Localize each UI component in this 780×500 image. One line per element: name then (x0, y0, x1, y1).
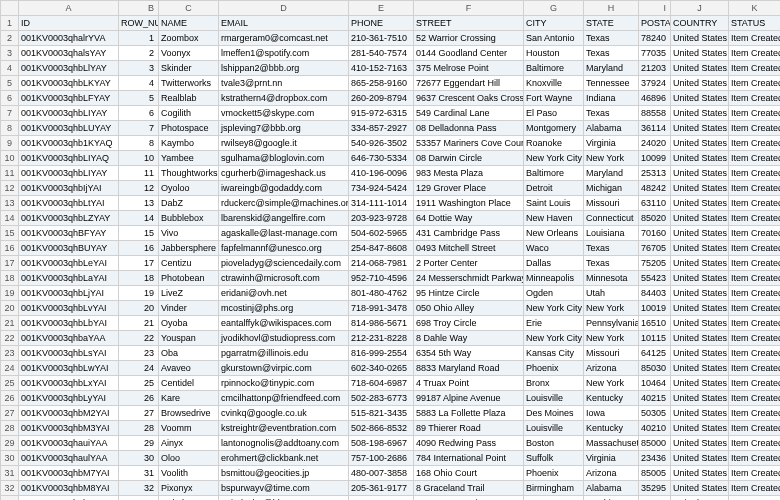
cell[interactable]: Ogden (524, 286, 584, 301)
cell[interactable]: United States (671, 406, 729, 421)
cell[interactable]: 29 (119, 436, 159, 451)
cell[interactable]: United States (671, 211, 729, 226)
row-number[interactable]: 2 (1, 31, 19, 46)
cell[interactable]: 21 (119, 316, 159, 331)
cell[interactable]: 22 (119, 331, 159, 346)
cell[interactable]: 001KV0003qhbLKYAY (19, 76, 119, 91)
cell[interactable]: 718-604-6987 (349, 376, 414, 391)
cell[interactable]: 734-924-5424 (349, 181, 414, 196)
cell[interactable]: Browsedrive (159, 406, 219, 421)
cell[interactable]: Item Created (729, 406, 781, 421)
cell[interactable]: United States (671, 391, 729, 406)
cell[interactable]: iwareingb@godaddy.com (219, 181, 349, 196)
cell[interactable]: Vinder (159, 301, 219, 316)
cell[interactable]: 6 (119, 106, 159, 121)
cell[interactable]: United States (671, 361, 729, 376)
cell[interactable]: Centidel (159, 376, 219, 391)
cell[interactable]: New York City (524, 331, 584, 346)
header-cell[interactable]: PHONE (349, 16, 414, 31)
cell[interactable]: 52 Warrior Crossing (414, 31, 524, 46)
cell[interactable]: 84403 (639, 286, 671, 301)
cell[interactable]: Item Created (729, 271, 781, 286)
cell[interactable]: Item Created (729, 496, 781, 501)
cell[interactable]: Zoombox (159, 31, 219, 46)
cell[interactable]: 001KV0003qhbLvYAI (19, 301, 119, 316)
cell[interactable]: 85005 (639, 466, 671, 481)
cell[interactable]: 952-710-4596 (349, 271, 414, 286)
header-cell[interactable]: ROW_NUM (119, 16, 159, 31)
cell[interactable]: 14 (119, 211, 159, 226)
row-number[interactable]: 25 (1, 376, 19, 391)
cell[interactable]: United States (671, 76, 729, 91)
cell[interactable]: gkurstown@virpic.com (219, 361, 349, 376)
cell[interactable]: Michigan (584, 181, 639, 196)
cell[interactable]: 85000 (639, 436, 671, 451)
row-number[interactable]: 10 (1, 151, 19, 166)
row-number[interactable]: 5 (1, 76, 19, 91)
cell[interactable]: Photobean (159, 271, 219, 286)
cell[interactable]: 64125 (639, 346, 671, 361)
row-number[interactable]: 12 (1, 181, 19, 196)
cell[interactable]: Washington (584, 496, 639, 501)
cell[interactable]: Knoxville (524, 76, 584, 91)
cell[interactable]: 001KV0003qhbLZYAY (19, 211, 119, 226)
cell[interactable]: kstrathern4@dropbox.com (219, 91, 349, 106)
cell[interactable]: New York (584, 151, 639, 166)
cell[interactable]: 314-111-1014 (349, 196, 414, 211)
cell[interactable]: Avaveo (159, 361, 219, 376)
cell[interactable]: United States (671, 241, 729, 256)
cell[interactable]: Bronx (524, 376, 584, 391)
cell[interactable]: 1911 Washington Place (414, 196, 524, 211)
cell[interactable]: 410-152-7163 (349, 61, 414, 76)
cell[interactable]: Baltimore (524, 61, 584, 76)
cell[interactable]: DabZ (159, 196, 219, 211)
cell[interactable]: 001KV0003qhbLFYAY (19, 91, 119, 106)
cell[interactable]: 001KV0003qhbLtYAI (19, 196, 119, 211)
cell[interactable]: Item Created (729, 391, 781, 406)
row-number[interactable]: 7 (1, 106, 19, 121)
cell[interactable]: 480-007-3858 (349, 466, 414, 481)
cell[interactable]: United States (671, 181, 729, 196)
cell[interactable]: 168 Ohio Court (414, 466, 524, 481)
cell[interactable]: New York City (524, 151, 584, 166)
cell[interactable]: Item Created (729, 361, 781, 376)
cell[interactable]: 001KV0003qhbLlYAY (19, 61, 119, 76)
grid-body[interactable]: 2001KV0003qhalrYVA1Zoomboxrmargeram0@com… (1, 31, 781, 501)
header-cell[interactable]: STATE (584, 16, 639, 31)
cell[interactable]: 78240 (639, 31, 671, 46)
cell[interactable]: 431 Cambridge Pass (414, 226, 524, 241)
cell[interactable]: Item Created (729, 346, 781, 361)
cell[interactable]: kstreightr@eventbration.com (219, 421, 349, 436)
cell[interactable]: 001KV0003qhbLUYAY (19, 121, 119, 136)
cell[interactable]: 64 Dottie Way (414, 211, 524, 226)
cell[interactable]: Oyoloo (159, 181, 219, 196)
cell[interactable]: 205-361-9177 (349, 481, 414, 496)
cell[interactable]: pgarratm@illinois.edu (219, 346, 349, 361)
cell[interactable]: 6354 5th Way (414, 346, 524, 361)
cell[interactable]: 001KV0003qhBFYAY (19, 226, 119, 241)
cell[interactable]: 70160 (639, 226, 671, 241)
cell[interactable]: 129 Grover Place (414, 181, 524, 196)
cell[interactable]: 8 (119, 136, 159, 151)
col-header-B[interactable]: B (119, 1, 159, 16)
cell[interactable]: 001KV0003qhalrYVA (19, 31, 119, 46)
cell[interactable]: Item Created (729, 286, 781, 301)
cell[interactable]: Pixonyx (159, 481, 219, 496)
cell[interactable]: Item Created (729, 61, 781, 76)
cell[interactable]: 36114 (639, 121, 671, 136)
cell[interactable]: Kare (159, 391, 219, 406)
cell[interactable]: 816-999-2554 (349, 346, 414, 361)
cell[interactable]: Virginia (584, 451, 639, 466)
spreadsheet-grid[interactable]: ABCDEFGHIJK 1IDROW_NUMNAMEEMAILPHONESTRE… (0, 0, 780, 500)
cell[interactable]: Texas (584, 106, 639, 121)
cell[interactable]: tvale3@prnt.nn (219, 76, 349, 91)
col-header-F[interactable]: F (414, 1, 524, 16)
cell[interactable]: Texas (584, 256, 639, 271)
cell[interactable]: United States (671, 451, 729, 466)
cell[interactable]: lmeffen1@spotify.com (219, 46, 349, 61)
cell[interactable]: 001KV0003qhbLbYAI (19, 316, 119, 331)
cell[interactable]: Pennsylvania (584, 316, 639, 331)
cell[interactable]: 001KV0003qhalsYAY (19, 46, 119, 61)
row-number[interactable]: 8 (1, 121, 19, 136)
cell[interactable]: Yambee (159, 151, 219, 166)
